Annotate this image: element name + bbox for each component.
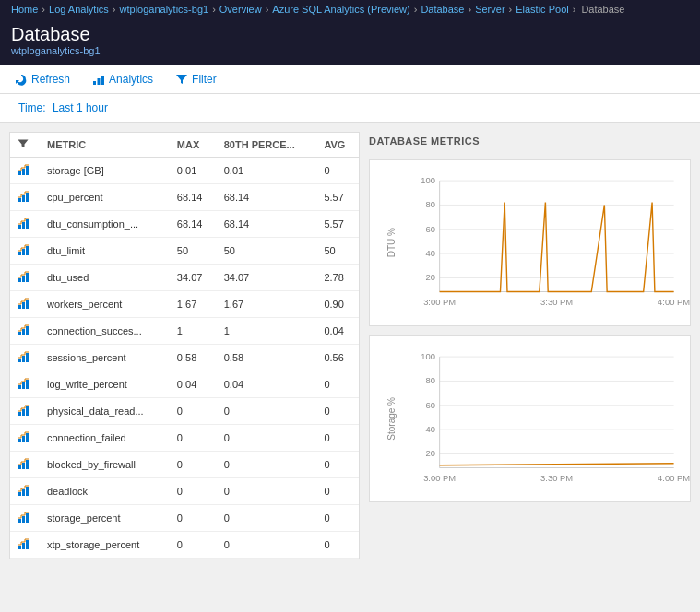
- breadcrumb-overview[interactable]: Overview: [219, 4, 262, 15]
- metrics-table-container: METRIC MAX 80TH PERCE... AVG storage [GB…: [9, 132, 360, 559]
- svg-rect-26: [26, 353, 29, 362]
- svg-rect-37: [22, 463, 25, 469]
- table-row[interactable]: storage [GB]0.010.010: [10, 158, 359, 184]
- metric-max: 1: [170, 318, 217, 345]
- table-row[interactable]: storage_percent000: [10, 505, 359, 532]
- metric-bar-icon: [18, 349, 32, 364]
- metric-name: dtu_used: [40, 265, 170, 291]
- svg-text:3:30 PM: 3:30 PM: [540, 297, 573, 307]
- filter-icon: [175, 73, 188, 86]
- metric-bar-icon: [18, 162, 32, 177]
- svg-rect-16: [22, 276, 25, 282]
- storage-chart-svg-container: 100 80 60 40 20 3:00 PM 3:30 PM 4:0: [405, 344, 682, 494]
- metric-max: 68.14: [170, 184, 217, 211]
- metric-80pct: 0.58: [217, 345, 317, 371]
- metric-avg: 0: [316, 505, 359, 532]
- metric-80pct: 50: [217, 238, 317, 265]
- table-row[interactable]: connection_succes...110.04: [10, 318, 359, 345]
- table-filter-icon[interactable]: [18, 138, 29, 149]
- page-title: Database: [11, 24, 689, 45]
- table-row[interactable]: xtp_storage_percent000: [10, 532, 359, 559]
- svg-rect-7: [22, 195, 25, 202]
- metric-bar-icon: [18, 483, 32, 498]
- metric-avg: 0: [316, 532, 359, 559]
- metric-avg: 5.57: [316, 211, 359, 238]
- breadcrumb-workspace[interactable]: wtploganalytics-bg1: [120, 4, 209, 15]
- svg-text:20: 20: [425, 272, 434, 282]
- metric-bar-icon: [18, 430, 32, 444]
- analytics-button[interactable]: Analytics: [89, 71, 157, 88]
- toolbar: Refresh Analytics Filter: [0, 65, 700, 94]
- filter-button[interactable]: Filter: [172, 71, 220, 88]
- svg-text:4:00 PM: 4:00 PM: [658, 297, 690, 307]
- metric-avg: 0: [316, 398, 359, 425]
- metric-80pct: 68.14: [217, 184, 317, 211]
- table-row[interactable]: dtu_used34.0734.072.78: [10, 265, 359, 291]
- breadcrumb-server[interactable]: Server: [475, 4, 504, 15]
- refresh-button[interactable]: Refresh: [11, 71, 74, 88]
- breadcrumb-log-analytics[interactable]: Log Analytics: [49, 4, 109, 15]
- time-filter-value[interactable]: Last 1 hour: [53, 101, 108, 114]
- table-row[interactable]: cpu_percent68.1468.145.57: [10, 184, 359, 211]
- dtu-chart-wrapper: DTU % 100 80 60 40: [377, 168, 682, 318]
- metric-80pct: 0: [217, 505, 317, 532]
- svg-rect-44: [26, 513, 29, 523]
- metric-max: 1.67: [170, 291, 217, 318]
- analytics-icon: [92, 73, 105, 86]
- breadcrumb-elastic-pool[interactable]: Elastic Pool: [516, 4, 568, 15]
- metric-bar-icon: [18, 510, 32, 524]
- table-row[interactable]: dtu_limit505050: [10, 238, 359, 265]
- svg-rect-2: [101, 76, 104, 85]
- table-row[interactable]: sessions_percent0.580.580.56: [10, 345, 359, 371]
- metric-name: dtu_consumption_...: [40, 211, 170, 238]
- svg-text:3:30 PM: 3:30 PM: [540, 473, 573, 483]
- table-row[interactable]: blocked_by_firewall000: [10, 452, 359, 478]
- breadcrumb-azure-sql[interactable]: Azure SQL Analytics (Preview): [272, 4, 409, 15]
- metric-80pct: 34.07: [217, 265, 317, 291]
- table-row[interactable]: workers_percent1.671.670.90: [10, 291, 359, 318]
- metric-bar-icon: [18, 216, 32, 230]
- svg-rect-39: [18, 492, 21, 496]
- metric-bar-icon: [18, 376, 32, 391]
- dtu-chart-container: DTU % 100 80 60 40: [369, 159, 691, 326]
- metric-name: deadlock: [40, 478, 170, 505]
- table-row[interactable]: connection_failed000: [10, 425, 359, 452]
- page-subtitle: wtploganalytics-bg1: [11, 45, 689, 56]
- svg-text:100: 100: [421, 175, 435, 185]
- svg-rect-20: [26, 300, 29, 309]
- table-row[interactable]: dtu_consumption_...68.1468.145.57: [10, 211, 359, 238]
- breadcrumb-home[interactable]: Home: [11, 4, 38, 15]
- svg-rect-30: [18, 412, 21, 416]
- svg-rect-8: [26, 193, 29, 202]
- metric-name: blocked_by_firewall: [40, 452, 170, 478]
- svg-text:80: 80: [425, 375, 434, 385]
- table-row[interactable]: deadlock000: [10, 478, 359, 505]
- svg-rect-23: [26, 326, 29, 335]
- metric-name: workers_percent: [40, 291, 170, 318]
- svg-rect-13: [22, 249, 25, 255]
- svg-rect-25: [22, 356, 25, 362]
- metric-80pct: 0.01: [217, 158, 317, 184]
- metric-avg: 5.57: [316, 184, 359, 211]
- metric-max: 0: [170, 478, 217, 505]
- metric-max: 34.07: [170, 265, 217, 291]
- table-row[interactable]: physical_data_read...000: [10, 398, 359, 425]
- metric-name: xtp_storage_percent: [40, 532, 170, 559]
- metric-max: 0: [170, 532, 217, 559]
- main-content: METRIC MAX 80TH PERCE... AVG storage [GB…: [0, 123, 700, 569]
- metric-avg: 0: [316, 452, 359, 478]
- svg-rect-6: [18, 198, 21, 202]
- breadcrumb-database[interactable]: Database: [421, 4, 464, 15]
- charts-panel: DATABASE METRICS DTU %: [369, 132, 691, 559]
- metric-bar-icon: [18, 323, 32, 337]
- refresh-icon: [15, 73, 28, 86]
- metric-80pct: 1.67: [217, 291, 317, 318]
- svg-rect-28: [22, 382, 25, 389]
- metric-name: dtu_limit: [40, 238, 170, 265]
- charts-title: DATABASE METRICS: [369, 132, 691, 150]
- svg-rect-42: [18, 519, 21, 523]
- metric-avg: 0.04: [316, 318, 359, 345]
- table-row[interactable]: log_write_percent0.040.040: [10, 371, 359, 398]
- svg-rect-19: [22, 302, 25, 309]
- svg-text:20: 20: [425, 448, 434, 458]
